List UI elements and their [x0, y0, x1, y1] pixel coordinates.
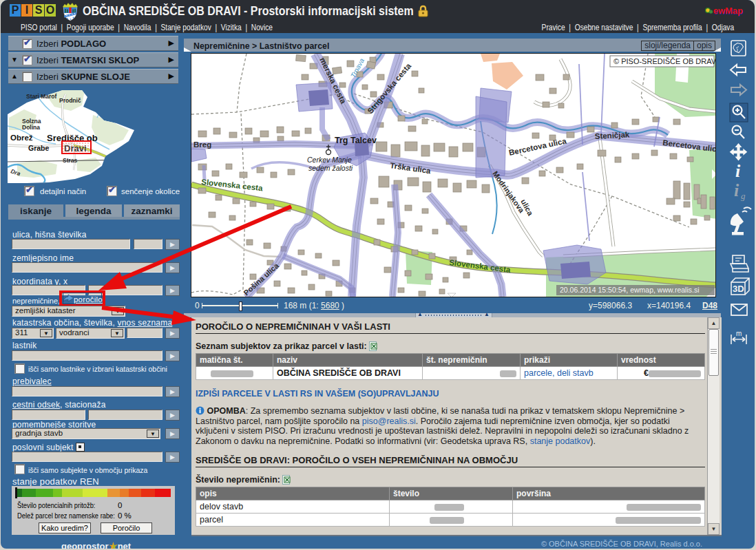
svg-text:Trg Talcev: Trg Talcev [335, 136, 377, 145]
svg-text:Breg: Breg [193, 140, 211, 149]
svg-text:Obrež: Obrež [10, 134, 33, 142]
svg-text:Prodnič: Prodnič [59, 97, 81, 104]
svg-text:Cerkev Manje: Cerkev Manje [307, 156, 352, 164]
svg-text:sedem žalosti: sedem žalosti [308, 164, 353, 172]
svg-text:© PISO-SREDIŠČE OB DRAVI: © PISO-SREDIŠČE OB DRAVI [613, 57, 715, 65]
svg-text:Grabe: Grabe [28, 144, 50, 152]
svg-text:Stari Marof: Stari Marof [26, 93, 57, 100]
svg-text:m: m [736, 330, 742, 337]
svg-text:20.06.2014 15:50:54, ewmap, ww: 20.06.2014 15:50:54, ewmap, www.realis.s… [560, 286, 700, 294]
svg-text:Dolina: Dolina [22, 124, 40, 131]
svg-text:g: g [741, 191, 746, 201]
svg-text:i: i [734, 180, 739, 200]
svg-text:i: i [735, 161, 741, 181]
svg-text:3D: 3D [733, 284, 744, 294]
svg-text:Stras: Stras [63, 157, 78, 164]
